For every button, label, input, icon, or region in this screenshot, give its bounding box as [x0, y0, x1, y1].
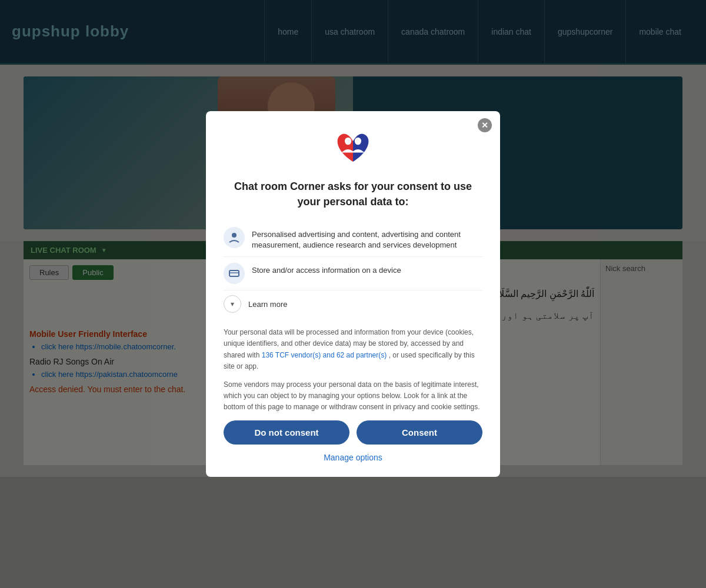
- consent-item-2: Store and/or access information on a dev…: [224, 257, 482, 290]
- consent-items: Personalised advertising and content, ad…: [224, 221, 482, 318]
- learn-more-chevron[interactable]: ▾: [224, 295, 241, 313]
- store-info-icon: [224, 263, 245, 284]
- personalised-ads-icon: [224, 227, 245, 248]
- modal-title: Chat room Corner asks for your consent t…: [224, 179, 482, 209]
- modal-logo: [224, 129, 482, 170]
- modal-description-1: Your personal data will be processed and…: [224, 327, 482, 372]
- learn-more-text: Learn more: [248, 300, 287, 309]
- do-not-consent-button[interactable]: Do not consent: [224, 420, 349, 445]
- modal-description-2: Some vendors may process your personal d…: [224, 379, 482, 413]
- consent-modal: ✕ Chat room Corner asks for your consent…: [206, 111, 500, 476]
- consent-button[interactable]: Consent: [357, 420, 482, 445]
- consent-item-1: Personalised advertising and content, ad…: [224, 221, 482, 257]
- modal-overlay: ✕ Chat room Corner asks for your consent…: [0, 0, 706, 588]
- modal-close-button[interactable]: ✕: [478, 118, 492, 132]
- svg-rect-7: [229, 270, 239, 276]
- modal-buttons: Do not consent Consent: [224, 420, 482, 445]
- consent-item-1-text: Personalised advertising and content, ad…: [252, 227, 482, 250]
- svg-point-4: [345, 138, 351, 145]
- svg-point-5: [355, 138, 361, 145]
- manage-options-link[interactable]: Manage options: [224, 453, 482, 462]
- svg-point-6: [232, 233, 237, 238]
- heart-logo-icon: [332, 129, 374, 170]
- vendor-link[interactable]: 136 TCF vendor(s) and 62 ad partner(s): [262, 351, 387, 359]
- consent-item-2-text: Store and/or access information on a dev…: [252, 263, 401, 276]
- learn-more-item: ▾ Learn more: [224, 290, 482, 318]
